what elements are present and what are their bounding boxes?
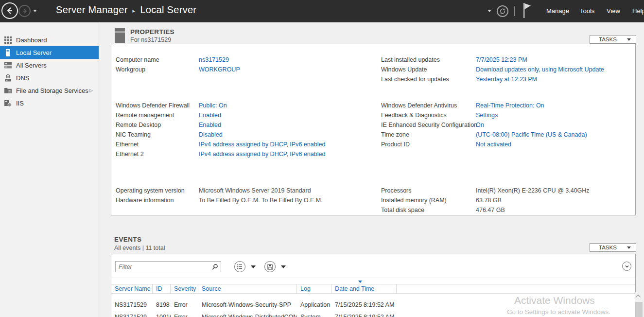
events-table-header: Server Name ID Severity Source Log Date … [111,284,635,294]
sidebar-item-label: All Servers [16,62,47,69]
properties-left-column: Computer namens3171529 WorkgroupWORKGROU… [116,44,325,205]
property-label: Remote management [116,112,199,119]
property-label: Hardware information [116,197,199,204]
notifications-dropdown[interactable] [487,10,491,12]
property-row: WorkgroupWORKGROUP [116,65,325,74]
query-dropdown[interactable] [251,265,256,268]
vertical-scrollbar[interactable] [635,292,643,317]
property-label: Ethernet [116,141,199,148]
property-value-link[interactable]: 7/7/2025 12:23 PM [476,56,527,63]
breadcrumb-server-manager[interactable]: Server Manager [56,4,128,16]
property-value-link[interactable]: Disabled [199,131,223,138]
property-label: NIC Teaming [116,131,199,138]
cell-source: Microsoft-Windows-DistributedCOM [198,312,297,317]
filter-input[interactable] [116,264,211,270]
column-header-server-name[interactable]: Server Name [111,284,153,293]
scrollbar-thumb[interactable] [635,302,643,317]
column-header-id[interactable]: ID [153,284,171,293]
event-row[interactable]: NS3171529 8198 Error Microsoft-Windows-S… [111,300,635,310]
property-value-link[interactable]: Enabled [199,112,221,119]
breadcrumb: Server Manager ▸ Local Server [56,4,196,16]
property-row: ProcessorsIntel(R) Xeon(R) E-2236 CPU @ … [381,186,604,195]
property-label: Workgroup [116,66,199,73]
refresh-icon [499,8,506,15]
property-row: Last checked for updatesYesterday at 12:… [381,74,604,84]
column-header-log[interactable]: Log [297,284,331,293]
event-row[interactable]: NS3171529 10016 Error Microsoft-Windows-… [111,312,635,317]
property-value-link[interactable]: ns3171529 [199,56,229,63]
property-value-link[interactable]: Public: On [199,102,227,109]
sidebar-item-dashboard[interactable]: Dashboard [0,34,99,46]
cell-source: Microsoft-Windows-Security-SPP [198,300,297,310]
sidebar-item-local-server[interactable]: Local Server [0,46,99,59]
back-arrow-icon [6,7,14,15]
property-value-link[interactable]: Yesterday at 12:23 PM [476,76,537,83]
property-value-link[interactable]: Settings [476,112,498,119]
properties-right-column: Last installed updates7/7/2025 12:23 PM … [381,44,604,215]
column-header-filler [397,284,635,293]
breadcrumb-separator-icon: ▸ [133,8,136,14]
sidebar-item-dns[interactable]: DNS [0,71,99,84]
breadcrumb-local-server[interactable]: Local Server [140,4,196,16]
events-tasks-button[interactable]: TASKS [590,243,636,252]
column-header-date-time[interactable]: Date and Time [331,284,397,293]
menu-view[interactable]: View [607,7,620,15]
property-value-link[interactable]: IPv4 address assigned by DHCP, IPv6 enab… [199,141,325,148]
property-label: Last checked for updates [381,76,476,83]
sidebar: Dashboard Local Server All Servers DNS F… [0,22,99,317]
property-value-link[interactable]: Download updates only, using Microsoft U… [476,66,604,73]
chevron-down-icon [487,10,491,12]
property-label: Computer name [116,56,199,63]
sidebar-item-all-servers[interactable]: All Servers [0,59,99,71]
property-label: Operating system version [116,187,199,194]
events-heading: EVENTS [114,236,141,243]
property-label: Remote Desktop [116,122,199,128]
property-row: Computer namens3171529 [116,55,325,65]
servers-icon [4,61,12,69]
column-header-severity[interactable]: Severity [171,284,198,293]
sidebar-item-label: DNS [16,74,29,82]
scroll-up-button[interactable] [635,292,643,300]
menu-manage[interactable]: Manage [546,7,569,15]
nav-history-dropdown[interactable] [33,10,37,12]
sort-descending-icon [358,281,362,283]
property-value-link[interactable]: Enabled [199,122,221,128]
forward-button[interactable] [18,5,31,17]
property-row: Total disk space476.47 GB [381,205,604,215]
menu-tools[interactable]: Tools [580,7,594,15]
search-icon[interactable] [211,264,218,270]
sidebar-item-iis[interactable]: IIS [0,97,99,109]
property-row: Hardware informationTo Be Filled By O.E.… [116,195,325,205]
property-value-link[interactable]: Real-Time Protection: On [476,102,544,109]
column-header-source[interactable]: Source [198,284,297,293]
property-label: Product ID [381,141,476,148]
save-query-button[interactable] [264,261,276,272]
save-dropdown[interactable] [281,265,286,268]
property-label: Windows Defender Firewall [116,102,199,109]
property-value-link[interactable]: IPv4 address assigned by DHCP, IPv6 enab… [199,151,325,158]
sidebar-item-file-storage-services[interactable]: File and Storage Services ▷ [0,84,99,97]
notification-flag-button[interactable] [523,3,534,20]
sidebar-item-label: Local Server [16,49,52,56]
property-row: NIC TeamingDisabled [116,130,325,140]
property-label: Windows Update [381,66,476,73]
properties-subheading: For ns3171529 [130,36,171,43]
property-row: Operating system versionMicrosoft Window… [116,186,325,195]
save-icon [267,264,273,270]
query-list-button[interactable] [234,261,245,272]
property-value-link[interactable]: Not activated [476,141,511,148]
collapse-section-button[interactable] [622,262,631,271]
property-label: Ethernet 2 [116,151,199,158]
property-value-link[interactable]: On [476,122,484,128]
expand-arrow-icon[interactable]: ▷ [89,88,93,93]
property-value-link[interactable]: WORKGROUP [199,66,240,73]
menu-help[interactable]: Help [632,7,644,15]
topbar: Server Manager ▸ Local Server Manage Too… [0,0,644,22]
dns-icon [4,74,12,82]
property-value-link[interactable]: (UTC-08:00) Pacific Time (US & Canada) [476,131,587,138]
properties-tasks-button[interactable]: TASKS [590,35,636,44]
server-icon [4,49,12,56]
refresh-button[interactable] [497,5,508,17]
back-button[interactable] [1,2,18,19]
list-icon [237,264,243,270]
